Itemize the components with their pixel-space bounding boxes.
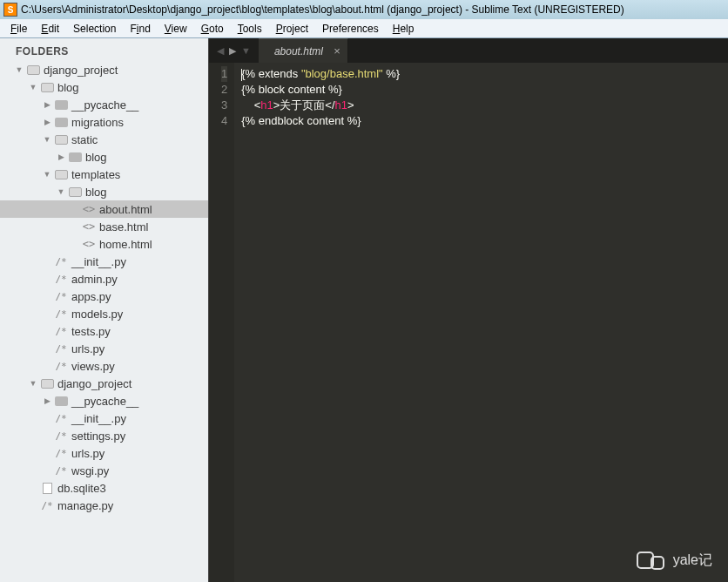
tab-strip: ◀ ▶ ▼ about.html ×: [209, 38, 728, 63]
tree-file[interactable]: <>home.html: [0, 235, 208, 253]
tree-folder[interactable]: __pycache__: [0, 392, 208, 409]
watermark-text: yale记: [673, 552, 712, 570]
disclosure-arrow-icon[interactable]: [28, 83, 38, 91]
app-icon: S: [3, 3, 17, 17]
menu-preferences[interactable]: Preferences: [315, 21, 386, 37]
tree-file[interactable]: db.sqlite3: [0, 479, 208, 497]
code-file-icon: /*: [54, 255, 68, 267]
code-file-icon: /*: [54, 342, 68, 355]
tree-label: __pycache__: [71, 395, 138, 408]
tree-label: models.py: [71, 308, 123, 321]
menu-selection[interactable]: Selection: [66, 21, 123, 37]
disclosure-arrow-icon[interactable]: [56, 152, 66, 161]
tree-folder[interactable]: templates: [0, 166, 208, 183]
tree-label: db.sqlite3: [57, 482, 106, 495]
tree-label: about.html: [99, 203, 152, 216]
tree-label: templates: [71, 168, 120, 181]
code-file-icon: /*: [54, 412, 68, 424]
menu-goto[interactable]: Goto: [194, 21, 231, 37]
tree-label: urls.py: [71, 447, 104, 460]
menu-file[interactable]: File: [3, 21, 34, 37]
folder-icon: [54, 116, 68, 128]
tree-label: base.html: [99, 220, 148, 233]
tree-file[interactable]: /*__init__.py: [0, 409, 208, 427]
tree-file[interactable]: <>about.html: [0, 200, 208, 218]
tab-prev-icon[interactable]: ◀: [217, 45, 224, 57]
tree-label: __init__.py: [71, 412, 126, 425]
tree-file[interactable]: /*__init__.py: [0, 253, 208, 270]
folder-open-icon: [68, 186, 82, 198]
tree-label: __pycache__: [71, 98, 138, 112]
sidebar: FOLDERS django_projectblog__pycache__mig…: [0, 38, 209, 582]
tree-label: tests.py: [71, 325, 111, 338]
disclosure-arrow-icon[interactable]: [42, 170, 52, 179]
code-area[interactable]: 1 2 3 4 {% extends "blog/base.html" %} {…: [209, 63, 728, 582]
file-tab-label: about.html: [274, 45, 323, 58]
tab-next-icon[interactable]: ▶: [229, 45, 236, 57]
gutter: 1 2 3 4: [209, 63, 234, 582]
html-file-icon: <>: [82, 220, 96, 233]
tab-dropdown-icon[interactable]: ▼: [241, 45, 251, 56]
tree-file[interactable]: /*manage.py: [0, 497, 208, 514]
tree-file[interactable]: <>base.html: [0, 218, 208, 235]
disclosure-arrow-icon[interactable]: [42, 396, 52, 405]
code-body[interactable]: {% extends "blog/base.html" %} {% block …: [234, 63, 400, 582]
tree-file[interactable]: /*settings.py: [0, 427, 208, 444]
tree-label: migrations: [71, 116, 124, 129]
code-file-icon: /*: [54, 464, 68, 477]
tree-file[interactable]: /*urls.py: [0, 340, 208, 357]
code-file-icon: /*: [54, 290, 68, 302]
tree-file[interactable]: /*admin.py: [0, 270, 208, 288]
tree-file[interactable]: /*wsgi.py: [0, 462, 208, 479]
line-num: 1: [221, 66, 227, 82]
menu-help[interactable]: Help: [386, 21, 421, 37]
tree-file[interactable]: /*models.py: [0, 305, 208, 322]
close-tab-icon[interactable]: ×: [334, 44, 340, 58]
tree-folder[interactable]: blog: [0, 183, 208, 200]
menu-project[interactable]: Project: [269, 21, 315, 37]
folder-open-icon: [40, 377, 54, 389]
tree-folder[interactable]: __pycache__: [0, 96, 208, 113]
line-num: 2: [221, 82, 227, 98]
code-file-icon: /*: [54, 308, 68, 320]
tree-file[interactable]: /*views.py: [0, 357, 208, 375]
watermark: yale记: [637, 551, 712, 570]
disclosure-arrow-icon[interactable]: [42, 135, 52, 144]
tree-folder[interactable]: blog: [0, 78, 208, 96]
disclosure-arrow-icon[interactable]: [14, 65, 24, 74]
menu-view[interactable]: View: [158, 21, 194, 37]
tree-label: __init__.py: [71, 255, 126, 268]
tree-label: home.html: [99, 238, 152, 251]
disclosure-arrow-icon[interactable]: [42, 100, 52, 109]
tree-folder[interactable]: static: [0, 131, 208, 148]
folder-open-icon: [54, 168, 68, 180]
tree-folder[interactable]: django_project: [0, 375, 208, 392]
html-file-icon: <>: [82, 238, 96, 250]
menu-bar: File Edit Selection Find View Goto Tools…: [0, 19, 728, 38]
folder-icon: [54, 98, 68, 111]
tree-file[interactable]: /*apps.py: [0, 288, 208, 305]
tree-folder[interactable]: migrations: [0, 113, 208, 131]
code-file-icon: /*: [54, 360, 68, 372]
tree-label: django_project: [44, 64, 118, 77]
tree-label: wsgi.py: [71, 464, 109, 477]
menu-edit[interactable]: Edit: [34, 21, 66, 37]
disclosure-arrow-icon[interactable]: [42, 118, 52, 126]
file-icon: [40, 482, 54, 494]
folder-open-icon: [40, 81, 54, 93]
code-file-icon: /*: [54, 273, 68, 285]
sidebar-header: FOLDERS: [0, 38, 208, 61]
tree-file[interactable]: /*tests.py: [0, 322, 208, 340]
tree-label: blog: [57, 81, 79, 94]
tree-label: blog: [85, 186, 107, 199]
disclosure-arrow-icon[interactable]: [56, 187, 66, 196]
tree-folder[interactable]: blog: [0, 148, 208, 166]
menu-find[interactable]: Find: [123, 21, 157, 37]
tree-folder[interactable]: django_project: [0, 61, 208, 78]
code-file-icon: /*: [54, 325, 68, 337]
tree-file[interactable]: /*urls.py: [0, 444, 208, 462]
folder-icon: [54, 395, 68, 407]
menu-tools[interactable]: Tools: [231, 21, 269, 37]
disclosure-arrow-icon[interactable]: [28, 379, 38, 388]
file-tab-about[interactable]: about.html ×: [259, 38, 348, 63]
